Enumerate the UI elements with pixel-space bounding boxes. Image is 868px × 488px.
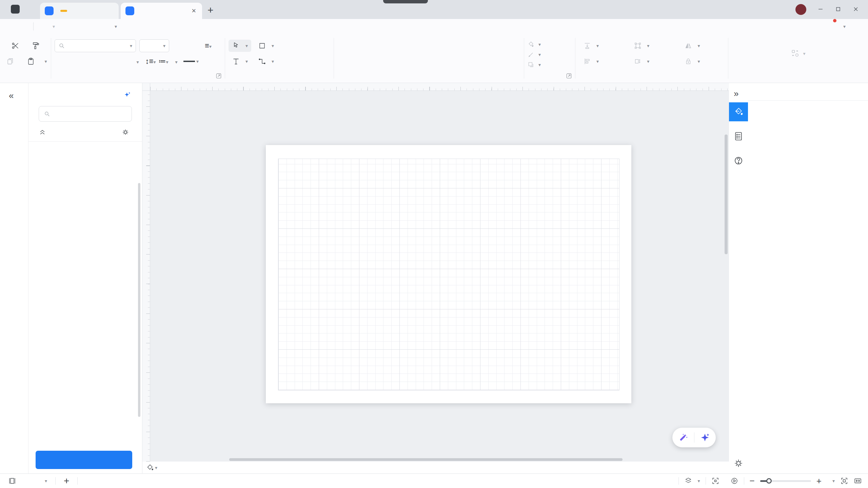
collapse-panel-icon[interactable]: » bbox=[734, 88, 748, 99]
canvas-settings-gear-icon[interactable] bbox=[733, 458, 744, 470]
add-page-button[interactable]: + bbox=[60, 475, 73, 486]
print-icon[interactable] bbox=[86, 21, 98, 32]
font-dialog-launcher-icon[interactable] bbox=[215, 73, 222, 81]
font-color-caret-icon[interactable]: ▾ bbox=[196, 59, 199, 64]
zoom-slider[interactable] bbox=[760, 480, 811, 482]
export-icon[interactable] bbox=[100, 21, 112, 32]
export-caret-icon[interactable]: ▾ bbox=[115, 24, 117, 29]
align-button[interactable]: ▾ bbox=[584, 55, 631, 68]
undo-icon[interactable] bbox=[38, 21, 50, 32]
text-tool[interactable]: ▾ bbox=[229, 55, 251, 67]
maximize-icon[interactable] bbox=[829, 2, 847, 16]
question-icon bbox=[733, 156, 744, 166]
canvas-area bbox=[142, 83, 729, 462]
gear-icon bbox=[122, 128, 129, 136]
edrawmax-logo-icon bbox=[125, 6, 134, 15]
collapse-ribbon-icon[interactable] bbox=[849, 21, 861, 32]
highlight-button[interactable]: ▾ bbox=[171, 57, 182, 66]
style-gallery bbox=[337, 38, 520, 69]
palette-fill-button[interactable]: ▾ bbox=[146, 464, 157, 472]
shadow-button[interactable]: ▾ bbox=[528, 60, 572, 70]
manage-symbols-button[interactable] bbox=[122, 128, 132, 136]
line-button[interactable]: ▾ bbox=[528, 49, 572, 60]
rotate-button[interactable]: ▾ bbox=[685, 39, 725, 53]
line-spacing-button[interactable]: ↕≡▾ bbox=[145, 57, 156, 66]
layers-icon[interactable] bbox=[684, 477, 692, 485]
horizontal-ruler bbox=[150, 83, 729, 91]
ai-sparkle-icon[interactable] bbox=[700, 432, 710, 443]
more-commands-icon[interactable] bbox=[120, 21, 131, 32]
copy-icon[interactable] bbox=[4, 55, 17, 68]
fit-width-icon[interactable] bbox=[854, 477, 862, 485]
file-menu[interactable] bbox=[20, 25, 28, 28]
zoom-slider-knob[interactable] bbox=[766, 478, 772, 484]
paste-caret-icon[interactable]: ▾ bbox=[44, 59, 47, 64]
close-window-icon[interactable] bbox=[847, 2, 865, 16]
panel-help-tool[interactable] bbox=[729, 151, 748, 170]
fill-format-tool[interactable] bbox=[729, 102, 748, 121]
zoom-out-button[interactable]: − bbox=[750, 476, 755, 486]
text-effect-button[interactable]: ▾ bbox=[132, 57, 143, 66]
minimize-icon[interactable] bbox=[812, 2, 829, 16]
styles-section bbox=[334, 34, 524, 83]
pro-badge bbox=[60, 10, 67, 12]
layers-caret-icon[interactable]: ▾ bbox=[698, 478, 700, 484]
page-grid bbox=[278, 159, 619, 390]
zoom-caret-icon[interactable]: ▾ bbox=[832, 478, 835, 484]
group-button[interactable]: ▾ bbox=[634, 39, 681, 53]
drawing-viewport[interactable] bbox=[150, 91, 729, 462]
magic-wand-icon[interactable] bbox=[678, 432, 688, 443]
shape-tool[interactable]: ▾ bbox=[255, 40, 277, 52]
position-button[interactable]: ▾ bbox=[584, 39, 631, 53]
font-size-select[interactable]: ▾ bbox=[139, 39, 169, 52]
back-icon[interactable] bbox=[6, 21, 18, 32]
share-button[interactable] bbox=[808, 25, 815, 28]
publish-button[interactable] bbox=[798, 25, 805, 28]
home-screen-tab[interactable] bbox=[40, 3, 119, 19]
redo-icon[interactable] bbox=[58, 21, 69, 32]
text-align-button[interactable]: ≡▾ bbox=[202, 41, 214, 50]
font-color-button[interactable] bbox=[183, 61, 195, 62]
page-setup-tool[interactable] bbox=[729, 127, 748, 146]
vertical-scrollbar[interactable] bbox=[725, 135, 728, 254]
fill-button[interactable]: ▾ bbox=[528, 39, 572, 49]
drawing-page[interactable] bbox=[266, 145, 631, 403]
select-tool[interactable]: ▾ bbox=[229, 40, 251, 52]
bullet-list-button[interactable]: ≔▾ bbox=[158, 57, 169, 66]
more-symbols-button[interactable] bbox=[36, 451, 132, 469]
help-caret-icon[interactable]: ▾ bbox=[843, 24, 846, 29]
focus-frame-icon[interactable] bbox=[711, 477, 719, 485]
lock-button[interactable]: ▾ bbox=[685, 55, 725, 68]
close-tab-icon[interactable]: × bbox=[190, 6, 197, 15]
symbols-scrollbar[interactable] bbox=[138, 183, 140, 417]
symbol-search-input[interactable] bbox=[54, 110, 127, 118]
cut-icon[interactable] bbox=[8, 39, 22, 52]
replace-shape-button[interactable] bbox=[791, 48, 800, 59]
pages-panel-icon[interactable] bbox=[8, 477, 16, 485]
symbol-search-box[interactable] bbox=[39, 106, 132, 122]
fit-to-window-icon[interactable] bbox=[840, 477, 848, 485]
collapse-sidebar-icon[interactable]: « bbox=[9, 90, 28, 101]
ai-symbol-button[interactable] bbox=[124, 91, 133, 99]
size-button[interactable]: ▾ bbox=[634, 55, 681, 68]
format-dialog-launcher-icon[interactable] bbox=[566, 73, 572, 81]
save-icon[interactable] bbox=[72, 21, 83, 32]
connector-tool[interactable]: ▾ bbox=[255, 55, 277, 67]
replace-caret-icon[interactable]: ▾ bbox=[803, 51, 805, 56]
paste-icon[interactable] bbox=[24, 55, 38, 68]
format-painter-icon[interactable] bbox=[29, 39, 42, 52]
symbol-categories bbox=[28, 142, 142, 145]
presentation-play-icon[interactable] bbox=[730, 477, 738, 485]
app-mini-icon[interactable] bbox=[11, 5, 20, 14]
paint-bucket-icon bbox=[733, 107, 744, 117]
new-tab-button[interactable]: + bbox=[208, 5, 214, 15]
font-family-select[interactable]: ▾ bbox=[55, 39, 136, 52]
horizontal-scrollbar[interactable] bbox=[229, 458, 623, 461]
undo-caret-icon[interactable]: ▾ bbox=[53, 24, 55, 29]
document-tab[interactable]: × bbox=[121, 3, 202, 19]
page-selector[interactable]: ▾ bbox=[21, 478, 51, 484]
zoom-in-button[interactable]: + bbox=[816, 476, 822, 486]
avatar[interactable] bbox=[795, 4, 806, 15]
options-button[interactable] bbox=[818, 25, 825, 28]
collapse-all-button[interactable] bbox=[39, 128, 49, 136]
